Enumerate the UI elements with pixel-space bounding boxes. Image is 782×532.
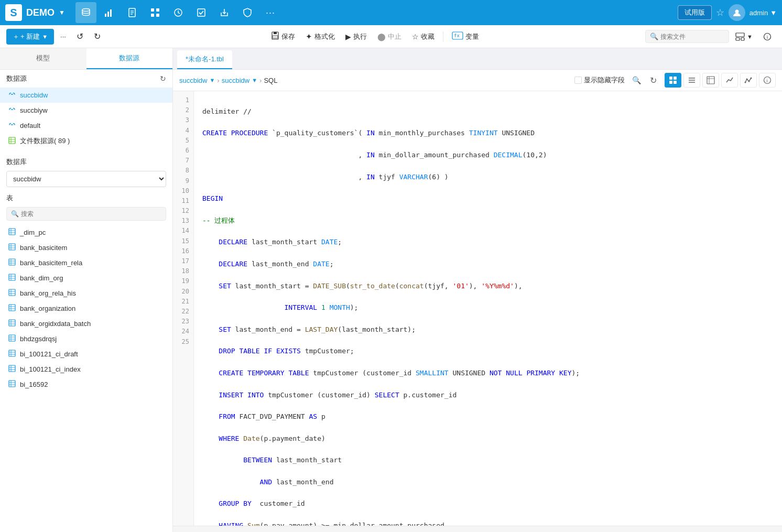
code-lines: 1 2 3 4 5 6 7 8 9 10 11 12 13 14 15 16 1 [173, 91, 782, 526]
logo-area[interactable]: S DEMO ▼ [5, 4, 70, 21]
breadcrumb-db1[interactable]: succbidw ▼ [179, 77, 215, 84]
datasource-item-default[interactable]: default [0, 118, 172, 133]
view-list-btn[interactable] [683, 73, 700, 88]
collect-button[interactable]: ☆ 收藏 [408, 30, 439, 44]
svg-rect-61 [9, 350, 15, 356]
new-button[interactable]: ＋ + 新建 ▼ [6, 29, 54, 45]
table-item[interactable]: bank_basicitem_rela [0, 255, 172, 270]
code-line-8: DECLARE last_month_end DATE; [202, 259, 774, 270]
show-hidden-field[interactable]: 显示隐藏字段 [574, 75, 625, 85]
table-item[interactable]: bank_basicitem [0, 240, 172, 255]
svg-rect-2 [107, 12, 109, 17]
table-item[interactable]: bank_organization [0, 301, 172, 316]
table-search-input[interactable] [21, 210, 161, 218]
layout-toggle[interactable]: ▼ [731, 30, 757, 43]
refresh-icon[interactable]: ↻ [160, 74, 166, 83]
app-name-dropdown-icon[interactable]: ▼ [59, 9, 65, 16]
table-item[interactable]: bank_dim_org [0, 270, 172, 286]
redo-button[interactable]: ↻ [90, 29, 105, 44]
svg-point-84 [746, 79, 748, 80]
code-line-18: AND last_month_end [202, 477, 774, 488]
show-hidden-checkbox[interactable] [574, 77, 582, 84]
nav-more-icon[interactable]: ··· [260, 2, 281, 23]
view-buttons: i [665, 73, 776, 88]
view-chart-btn[interactable] [721, 73, 738, 88]
code-line-2: CREATE PROCEDURE `p_quality_customers`( … [202, 128, 774, 139]
view-grid-btn[interactable] [665, 73, 681, 88]
new-dropdown-icon: ▼ [42, 34, 48, 40]
trial-button[interactable]: 试用版 [678, 5, 712, 20]
nav-shield-icon[interactable] [237, 2, 258, 23]
datasource-item-file[interactable]: 文件数据源( 89 ) [0, 133, 172, 149]
table-icon [8, 243, 16, 252]
nav-export-icon[interactable] [214, 2, 235, 23]
toolbar-divider [443, 31, 443, 42]
table-item[interactable]: bi_16592 [0, 377, 172, 392]
plus-icon: ＋ [13, 32, 19, 41]
breadcrumb-db2[interactable]: succbidw ▼ [222, 77, 257, 84]
view-line-btn[interactable] [740, 73, 757, 88]
view-info-btn[interactable]: i [759, 73, 776, 88]
sql-search-icon[interactable]: 🔍 [629, 73, 644, 88]
nav-clock-icon[interactable] [168, 2, 189, 23]
code-content[interactable]: delimiter // CREATE PROCEDURE `p_quality… [194, 91, 782, 526]
format-button[interactable]: ✦ 格式化 [301, 30, 339, 44]
breadcrumb-db2-dropdown[interactable]: ▼ [252, 77, 257, 83]
user-name[interactable]: admin ▼ [750, 9, 777, 17]
code-line-11: SET last_month_end = LAST_DAY(last_month… [202, 324, 774, 335]
table-search-icon: 🔍 [11, 210, 19, 218]
table-item[interactable]: bi_100121_ci_draft [0, 346, 172, 362]
favorites-icon[interactable]: ☆ [716, 7, 724, 18]
editor-scrollbar[interactable] [173, 526, 782, 532]
nav-document-icon[interactable] [122, 2, 143, 23]
code-line-10: INTERVAL 1 MONTH); [202, 302, 774, 313]
sql-refresh-icon[interactable]: ↻ [646, 73, 660, 88]
breadcrumb-db1-dropdown[interactable]: ▼ [209, 77, 215, 83]
stop-icon: ⬤ [377, 32, 386, 41]
code-line-4: , IN tjyf VARCHAR(6) ) [202, 172, 774, 183]
table-item[interactable]: _dim_pc [0, 225, 172, 240]
svg-rect-37 [9, 259, 15, 265]
user-avatar[interactable] [729, 4, 745, 21]
datasource-name-3: default [20, 122, 40, 129]
undo-icon: ↺ [77, 31, 83, 41]
code-editor[interactable]: 1 2 3 4 5 6 7 8 9 10 11 12 13 14 15 16 1 [173, 91, 782, 526]
svg-rect-80 [707, 77, 714, 84]
tab-datasource[interactable]: 数据源 [86, 48, 173, 69]
nav-database-icon[interactable] [75, 2, 96, 23]
file-search-input[interactable] [660, 33, 724, 40]
table-item[interactable]: bank_orgidxdata_batch [0, 316, 172, 331]
undo-button[interactable]: ↺ [72, 29, 88, 44]
nav-chart-icon[interactable] [99, 2, 120, 23]
more-button[interactable]: ··· [56, 30, 70, 42]
stop-button[interactable]: ⬤ 中止 [373, 30, 406, 44]
code-line-1: delimiter // [202, 106, 774, 117]
save-button[interactable]: 保存 [267, 29, 299, 44]
table-icon [8, 319, 16, 328]
datasource-item-succbiyw[interactable]: succbiyw [0, 103, 172, 118]
run-button[interactable]: ▶ 执行 [341, 30, 371, 44]
table-item[interactable]: bi_100121_ci_index [0, 362, 172, 377]
datasource-item-succbidw[interactable]: succbidw [0, 88, 172, 103]
editor-tab-1[interactable]: *未命名-1.tbl [177, 50, 232, 69]
run-icon: ▶ [345, 32, 351, 41]
sidebar: 模型 数据源 数据源 ↻ succbidw succbiyw [0, 48, 173, 532]
nav-apps-icon[interactable] [145, 2, 166, 23]
table-list: _dim_pc bank_basicitem bank_basicitem_re… [0, 225, 172, 532]
table-search[interactable]: 🔍 [6, 207, 166, 221]
table-item[interactable]: bhdzgsdrqsj [0, 331, 172, 346]
view-pivot-btn[interactable] [702, 73, 719, 88]
svg-rect-10 [151, 14, 154, 17]
variable-button[interactable]: fx 变量 [448, 29, 483, 44]
svg-rect-73 [669, 77, 672, 80]
db-selector[interactable]: succbidw [6, 171, 166, 187]
table-item[interactable]: bank_org_rela_his [0, 286, 172, 301]
tab-model[interactable]: 模型 [0, 48, 86, 69]
layout-dropdown-icon: ▼ [747, 34, 753, 40]
code-line-16: WHERE Date(p.payment_date) [202, 433, 774, 444]
nav-task-icon[interactable] [191, 2, 212, 23]
file-search[interactable]: 🔍 [645, 30, 729, 43]
table-icon [8, 274, 16, 283]
db-link-icon-3 [8, 121, 16, 130]
info-button[interactable]: i [759, 30, 776, 43]
